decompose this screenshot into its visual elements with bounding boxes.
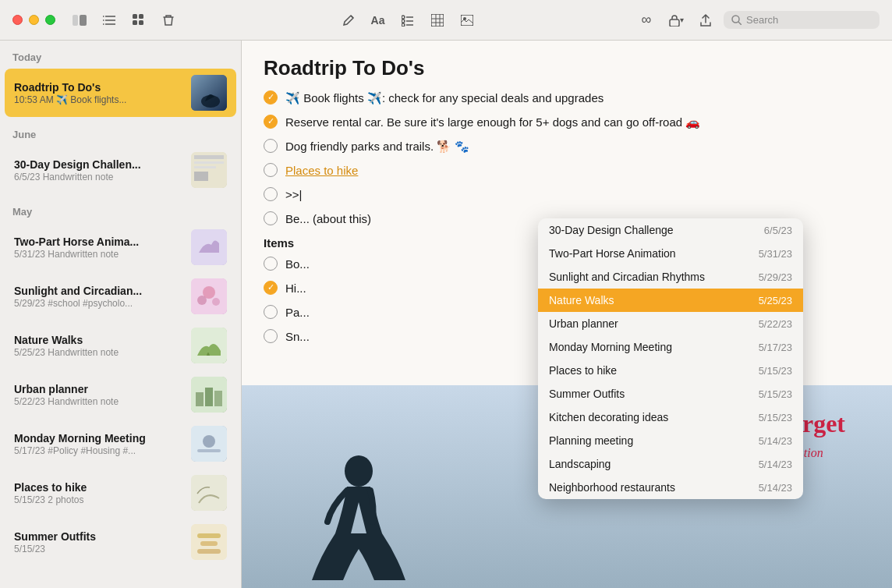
dropdown-item-9[interactable]: Planning meeting 5/14/23 [538,429,803,452]
content-header: Roadtrip To Do's [242,41,892,90]
note-title-roadtrip: Roadtrip To Do's [14,81,183,94]
note-thumb-roadtrip [191,75,227,111]
collaborate-icon[interactable]: ∞ [635,9,658,32]
dropdown-title-6: Places to hike [549,364,751,377]
trash-icon[interactable] [157,9,180,32]
dropdown-item-6[interactable]: Places to hike 5/15/23 [538,359,803,382]
dropdown-item-4[interactable]: Urban planner 5/22/23 [538,312,803,335]
svg-rect-47 [197,449,221,452]
dropdown-item-10[interactable]: Landscaping 5/14/23 [538,452,803,476]
note-info-design: 30-Day Design Challen... 6/5/23 Handwrit… [14,158,183,182]
dropdown-date-0: 6/5/23 [764,225,792,236]
dropdown-item-7[interactable]: Summer Outfits 5/15/23 [538,382,803,406]
note-thumb-design [191,152,227,188]
font-icon[interactable]: Aa [366,9,390,32]
svg-rect-44 [214,391,222,406]
sub-checkbox-0[interactable] [264,257,278,271]
sidebar-item-places[interactable]: Places to hike 5/15/23 2 photos [5,469,236,517]
svg-rect-52 [197,549,221,554]
dropdown-title-5: Monday Morning Meeting [549,341,751,353]
svg-rect-10 [133,20,137,25]
todo-item-4: >>| [264,186,870,203]
sidebar-item-urban[interactable]: Urban planner 5/22/23 Handwritten note [5,370,236,419]
dropdown-item-0[interactable]: 30-Day Design Challenge 6/5/23 [538,218,803,242]
todo-checkbox-3[interactable] [264,163,278,177]
svg-rect-8 [133,14,137,19]
table-icon[interactable] [426,9,449,32]
dropdown-date-6: 5/15/23 [759,365,792,377]
sidebar-item-monday[interactable]: Monday Morning Meeting 5/17/23 #Policy #… [5,420,236,468]
svg-rect-25 [670,19,679,27]
sub-checkbox-1[interactable]: ✓ [264,281,278,295]
grid-view-icon[interactable] [127,9,150,32]
todo-text-4: >>| [285,186,302,203]
dropdown-title-0: 30-Day Design Challenge [549,224,756,236]
dropdown-item-3[interactable]: Nature Walks 5/25/23 [538,289,803,312]
sub-text-3: Sn... [285,328,310,345]
list-view-icon[interactable] [97,9,121,32]
sidebar-item-summer[interactable]: Summer Outfits 5/15/23 [5,518,236,566]
note-thumb-monday [191,426,227,462]
dropdown-title-8: Kitchen decorating ideas [549,411,751,423]
search-bar[interactable]: Search [724,11,880,29]
minimize-button[interactable] [29,15,39,25]
sub-checkbox-3[interactable] [264,329,278,343]
autocomplete-dropdown: 30-Day Design Challenge 6/5/23 Two-Part … [538,218,803,499]
checklist-icon[interactable] [396,9,419,32]
svg-point-53 [345,455,373,487]
silhouette-svg [281,432,437,588]
sidebar-item-sunlight[interactable]: Sunlight and Circadian... 5/29/23 #schoo… [5,272,236,321]
note-thumb-horse [191,229,227,265]
search-icon [731,15,742,25]
dropdown-title-4: Urban planner [549,317,751,330]
sidebar-item-design[interactable]: 30-Day Design Challen... 6/5/23 Handwrit… [5,146,236,194]
sidebar-toggle-icon[interactable] [68,9,91,32]
compose-icon[interactable] [337,9,360,32]
main-layout: Today Roadtrip To Do's 10:53 AM ✈️ Book … [0,41,892,588]
sidebar-item-nature[interactable]: Nature Walks 5/25/23 Handwritten note [5,321,236,370]
dropdown-item-8[interactable]: Kitchen decorating ideas 5/15/23 [538,406,803,429]
sidebar-item-roadtrip[interactable]: Roadtrip To Do's 10:53 AM ✈️ Book flight… [5,69,236,117]
maximize-button[interactable] [45,15,55,25]
note-thumb-nature [191,328,227,363]
sidebar-item-horse[interactable]: Two-Part Horse Anima... 5/31/23 Handwrit… [5,223,236,271]
dropdown-title-11: Neighborhood restaurants [549,481,751,494]
content-area: Roadtrip To Do's ✓ ✈️ Book flights ✈️: c… [242,41,892,588]
sub-text-0: Bo... [285,256,310,272]
svg-rect-34 [194,172,208,181]
svg-rect-43 [205,388,213,406]
svg-rect-50 [197,533,221,538]
dropdown-item-2[interactable]: Sunlight and Circadian Rhythms 5/29/23 [538,265,803,289]
todo-checkbox-4[interactable] [264,187,278,201]
content-title: Roadtrip To Do's [264,56,870,80]
sub-checkbox-2[interactable] [264,305,278,319]
todo-checkbox-2[interactable] [264,139,278,153]
close-button[interactable] [12,15,23,25]
svg-point-17 [402,23,405,27]
todo-checkbox-5[interactable] [264,211,278,225]
lock-icon[interactable]: ▾ [664,9,688,32]
todo-checkbox-1[interactable]: ✓ [264,115,278,129]
svg-rect-18 [431,14,444,27]
todo-item-2: Dog friendly parks and trails. 🐕 🐾 [264,138,870,154]
dropdown-title-3: Nature Walks [549,294,751,306]
share-icon[interactable] [694,9,717,32]
dropdown-item-1[interactable]: Two-Part Horse Animation 5/31/23 [538,242,803,265]
svg-rect-32 [194,161,224,164]
todo-checkbox-0[interactable]: ✓ [264,90,278,104]
dropdown-item-5[interactable]: Monday Morning Meeting 5/17/23 [538,335,803,359]
svg-point-15 [402,19,405,23]
svg-rect-51 [200,541,218,546]
dropdown-date-1: 5/31/23 [759,248,792,260]
note-thumb-urban [191,377,227,413]
svg-rect-9 [139,14,143,19]
todo-text-3[interactable]: Places to hike [285,162,358,179]
dropdown-date-10: 5/14/23 [759,459,792,470]
media-icon[interactable] [455,9,479,32]
dropdown-item-11[interactable]: Neighborhood restaurants 5/14/23 [538,476,803,499]
note-thumb-summer [191,524,227,560]
note-thumb-places [191,475,227,511]
sidebar: Today Roadtrip To Do's 10:53 AM ✈️ Book … [0,41,242,588]
svg-rect-48 [191,475,227,511]
svg-rect-1 [80,15,87,26]
